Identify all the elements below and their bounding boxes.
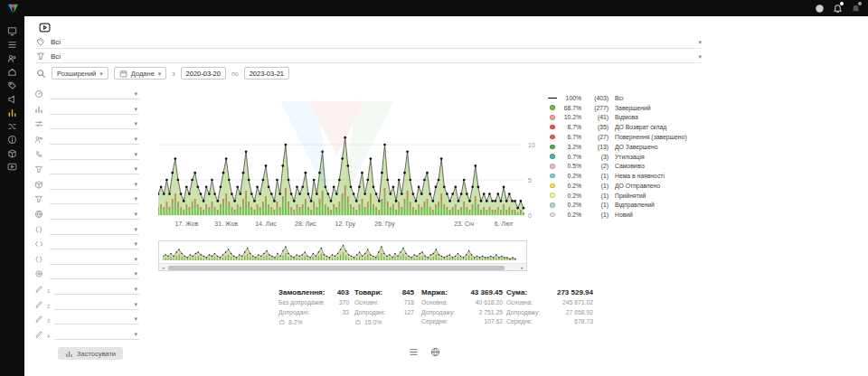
date-field-dropdown[interactable]: Додане ▾ [114,67,167,80]
filter-dropdown-3[interactable]: ▾ [50,118,139,129]
chart-scrollbar[interactable]: ◂ ▸ [159,263,526,270]
stat-sub-label: Основна: [421,299,448,306]
group-filter-select[interactable]: Всі ▾ [36,50,702,63]
stat-value: 273 529.94 [557,288,593,296]
filter-dropdown-9[interactable]: ▾ [50,209,139,220]
date-to-input[interactable]: 2023-03-21 [244,67,289,80]
filter-dropdown-6[interactable]: ▾ [50,164,139,174]
globe-view-icon[interactable] [430,347,440,357]
scroll-right-icon[interactable]: ▸ [518,264,526,271]
legend-item[interactable]: 3.2%(13)ДО Завершено [548,143,687,151]
filter-dropdown-11[interactable]: ▾ [50,239,139,249]
filter-row-sliders: ▾ [34,117,139,132]
filter-dropdown-5[interactable]: ▾ [50,149,139,160]
apply-button[interactable]: Застосувати [58,347,123,360]
stat-row: Основна:40 618.20 [421,299,503,306]
rail-item-box[interactable] [5,148,20,158]
legend-count: (1) [585,173,609,179]
rail-item-megaphone[interactable] [5,94,20,104]
legend-item[interactable]: 0.2%(1)Прийнятий [548,192,687,200]
stat-sub-value: 2 751.25 [479,309,503,315]
filter-dropdown-10[interactable]: ▾ [50,224,139,235]
legend-swatch [548,105,557,110]
rail-item-home[interactable] [5,67,20,77]
stat-title: Замовлення: [278,288,325,296]
date-to-label: по [231,70,239,77]
funnel-icon [34,164,45,174]
topbar-actions [814,3,861,14]
filter-row-gauge: ▾ [34,87,139,102]
legend-percent: 0.2% [561,183,581,189]
legend-label: Повернення (завершено) [615,134,687,140]
filter-dropdown-7[interactable]: ▾ [50,179,139,190]
date-from-input[interactable]: 2020-03-20 [181,67,226,80]
rail-item-shuffle[interactable] [5,121,20,131]
monitor-icon [7,26,17,36]
rail-item-chart-active[interactable] [5,108,20,118]
status-filter-select[interactable]: Всі ▾ [36,35,702,49]
app-logo[interactable] [7,3,19,14]
avatar-icon[interactable] [814,3,825,14]
legend-item[interactable]: 68.7%(277)Завершений [548,104,687,112]
legend-item[interactable]: 10.2%(41)Відмова [548,114,687,122]
legend-item[interactable]: 0.2%(1)Нема в наявності [548,172,687,180]
legend-label: ДО Возврат склад [615,124,666,130]
rail-item-info[interactable] [5,135,20,145]
search-icon[interactable] [36,69,46,79]
filter-dropdown-8[interactable]: ▾ [50,193,139,204]
search-mode-dropdown[interactable]: Розширений ▾ [52,67,108,80]
filter-dropdown-2[interactable]: ▾ [50,104,139,115]
tags-icon [36,37,45,46]
stat-sub-value: 8.2% [288,319,303,325]
legend-item[interactable]: 0.2%(1)ДО Отправлено [548,182,687,190]
notifications-icon[interactable] [850,3,861,14]
legend-label: Відправлений [615,202,655,208]
legend-item[interactable]: 6.7%(27)Повернення (завершено) [548,133,687,141]
scroll-left-icon[interactable]: ◂ [159,264,167,271]
date-from-label: з [172,70,175,77]
stat-sub-label: Основні: [354,299,379,306]
chevron-down-icon: ▾ [134,226,137,232]
scrollbar-thumb[interactable] [168,266,505,270]
orders-chart-canvas[interactable]: 051017. Жов31. Жов14. Лис28. Лис12. Гру2… [158,86,542,230]
legend-percent: 0.2% [561,173,581,179]
filter-row-phone: ▾ [34,146,139,162]
list-view-icon[interactable] [409,347,419,357]
filter-dropdown-1[interactable]: ▾ [50,89,139,99]
megaphone-icon [7,94,17,104]
tag-icon [7,80,17,90]
legend-item[interactable]: 100%(403)Всі [548,94,687,102]
legend-item[interactable]: 8.7%(35)ДО Возврат склад [548,123,687,131]
legend-item[interactable]: 0.2%(1)Новий [548,211,687,219]
legend-count: (1) [585,212,609,218]
filter-dropdown-12[interactable]: ▾ [50,254,139,265]
legend-label: Всі [615,95,623,101]
stat-value: 403 [337,288,349,296]
legend-item[interactable]: 0.2%(1)Відправлений [548,202,687,210]
stat-value: 845 [402,288,414,296]
shuffle-icon [7,121,17,131]
legend-item[interactable]: 0.7%(3)Утилізація [548,153,687,161]
rail-item-list[interactable] [5,40,20,50]
legend-count: (1) [585,193,609,199]
calendar-icon [119,70,127,78]
legend-swatch [548,154,557,159]
legend-percent: 0.7% [561,154,581,160]
chevron-down-icon: ▾ [134,136,137,142]
globe-icon [34,210,45,219]
bell-icon[interactable] [832,3,843,14]
rail-item-monitor[interactable] [5,26,20,36]
legend-swatch [548,164,557,169]
video-tutorial-button[interactable] [38,22,52,33]
overview-chart-canvas[interactable] [163,242,523,263]
filter-row-target: ▾ [34,267,139,282]
rail-item-tag[interactable] [5,80,20,90]
legend-item[interactable]: 0.5%(2)Самовивіз [548,162,687,170]
rail-item-play[interactable] [5,162,20,172]
filter-dropdown-4[interactable]: ▾ [50,134,139,145]
filter-row-funnel: ▾ [34,192,139,207]
svg-text:12. Гру: 12. Гру [335,221,356,228]
filter-dropdown-13[interactable]: ▾ [50,268,139,279]
filter-row-braces: ▾ [34,252,139,268]
rail-item-users[interactable] [5,53,20,63]
